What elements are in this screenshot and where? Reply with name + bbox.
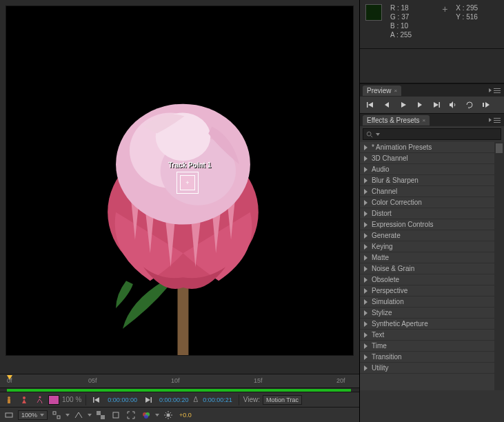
search-icon <box>366 131 373 138</box>
twisty-icon[interactable] <box>364 211 367 217</box>
fast-preview-icon[interactable] <box>72 410 85 421</box>
twisty-icon[interactable] <box>364 310 367 316</box>
effects-category-row[interactable]: Synthetic Aperture <box>360 319 504 330</box>
track-search-region[interactable]: + <box>177 172 199 194</box>
effects-category-row[interactable]: Obsolete <box>360 274 504 285</box>
effects-category-row[interactable]: * Animation Presets <box>360 142 504 153</box>
effects-category-row[interactable]: Blur & Sharpen <box>360 175 504 186</box>
effects-category-row[interactable]: Matte <box>360 252 504 263</box>
panel-menu-button[interactable] <box>489 86 501 94</box>
panel-menu-button[interactable] <box>489 116 501 124</box>
twisty-icon[interactable] <box>364 288 367 294</box>
close-icon[interactable]: × <box>423 117 426 123</box>
effects-category-row[interactable]: Transition <box>360 352 504 363</box>
category-label: Transition <box>372 353 500 361</box>
track-attach-point[interactable]: + <box>185 180 189 186</box>
r-label: R : <box>390 4 399 12</box>
category-label: 3D Channel <box>372 154 500 162</box>
category-label: Color Correction <box>372 199 500 206</box>
pixel-info-block: R : 18 G : 37 B : 10 A : 255 + X : 295 Y… <box>360 0 504 49</box>
effects-category-row[interactable]: Expression Controls <box>360 219 504 230</box>
last-frame-button[interactable] <box>430 99 443 110</box>
twisty-icon[interactable] <box>364 233 367 239</box>
prev-frame-button[interactable] <box>381 99 393 110</box>
reset-exposure-icon[interactable] <box>162 410 174 421</box>
twisty-icon[interactable] <box>364 332 367 338</box>
timecode-start[interactable]: 0:00:00:00 <box>105 396 139 403</box>
effects-category-list[interactable]: * Animation Presets3D ChannelAudioBlur &… <box>360 142 504 390</box>
twisty-icon[interactable] <box>364 299 367 305</box>
twisty-icon[interactable] <box>364 365 367 371</box>
effects-category-row[interactable]: Color Correction <box>360 197 504 208</box>
scrollbar[interactable] <box>494 142 504 390</box>
effects-category-row[interactable]: Simulation <box>360 297 504 308</box>
twisty-icon[interactable] <box>364 167 367 172</box>
twisty-icon[interactable] <box>364 178 367 183</box>
resolution-icon[interactable] <box>50 410 63 421</box>
effects-category-row[interactable]: Text <box>360 330 504 341</box>
track-feature-region[interactable]: + <box>180 175 195 190</box>
svg-rect-13 <box>6 413 12 417</box>
color-swatch[interactable] <box>48 395 59 405</box>
svg-point-9 <box>23 396 26 399</box>
effects-category-row[interactable]: Generate <box>360 230 504 241</box>
work-area-bar[interactable] <box>0 388 359 392</box>
zoom-percent[interactable]: 100 % <box>62 396 81 403</box>
effects-category-row[interactable]: Utility <box>360 363 504 374</box>
ram-preview-button[interactable] <box>480 99 492 110</box>
effects-category-row[interactable]: Time <box>360 341 504 352</box>
effects-category-row[interactable]: Keying <box>360 241 504 252</box>
tracker-person-icon[interactable] <box>3 394 15 405</box>
twisty-icon[interactable] <box>364 266 367 272</box>
effects-category-row[interactable]: Audio <box>360 164 504 175</box>
mute-audio-button[interactable] <box>447 99 459 110</box>
twisty-icon[interactable] <box>364 145 367 150</box>
twisty-icon[interactable] <box>364 200 367 205</box>
effects-search[interactable] <box>363 128 501 140</box>
twisty-icon[interactable] <box>364 156 367 161</box>
first-frame-button[interactable] <box>364 99 376 110</box>
effects-category-row[interactable]: Channel <box>360 186 504 197</box>
effects-search-input[interactable] <box>383 130 498 138</box>
twisty-icon[interactable] <box>364 277 367 283</box>
category-label: Blur & Sharpen <box>372 177 500 184</box>
go-to-current-button[interactable] <box>142 394 154 405</box>
twisty-icon[interactable] <box>364 343 367 349</box>
category-label: Obsolete <box>372 276 500 283</box>
effects-category-row[interactable]: Stylize <box>360 308 504 319</box>
composition-viewport[interactable]: Track Point 1 + <box>6 6 354 356</box>
twisty-icon[interactable] <box>364 222 367 228</box>
loop-button[interactable] <box>463 99 476 110</box>
twisty-icon[interactable] <box>364 354 367 360</box>
mask-toggle-icon[interactable] <box>110 410 122 421</box>
next-frame-button[interactable] <box>414 99 426 110</box>
channel-icon[interactable] <box>140 410 152 421</box>
timecode-duration[interactable]: 0:00:00:21 <box>201 396 234 403</box>
effects-tab[interactable]: Effects & Presets × <box>363 115 430 125</box>
tracker-runner-icon[interactable] <box>33 394 46 405</box>
twisty-icon[interactable] <box>364 244 367 250</box>
effects-category-row[interactable]: Perspective <box>360 285 504 297</box>
effects-category-row[interactable]: 3D Channel <box>360 153 504 164</box>
region-of-interest-icon[interactable] <box>125 410 137 421</box>
preview-tab[interactable]: Preview × <box>363 86 401 96</box>
play-button[interactable] <box>397 99 410 110</box>
go-to-start-button[interactable] <box>90 394 103 405</box>
effects-category-row[interactable]: Noise & Grain <box>360 263 504 274</box>
exposure-value[interactable]: +0.0 <box>177 412 194 419</box>
close-icon[interactable]: × <box>394 88 398 94</box>
effects-category-row[interactable]: Distort <box>360 208 504 219</box>
twisty-icon[interactable] <box>364 189 367 194</box>
always-preview-toggle[interactable] <box>3 410 15 421</box>
view-mode-dropdown[interactable]: Motion Trac <box>263 395 302 405</box>
category-label: Time <box>372 342 500 350</box>
time-ruler[interactable]: 0f 05f 10f 15f 20f <box>0 374 359 388</box>
twisty-icon[interactable] <box>364 255 367 261</box>
track-point-overlay[interactable]: Track Point 1 + <box>168 161 210 194</box>
ruler-tick: 05f <box>88 377 97 384</box>
transparency-grid-icon[interactable] <box>94 410 107 421</box>
timecode-current[interactable]: 0:00:00:20 <box>157 396 191 403</box>
tracker-figure-icon[interactable] <box>18 394 30 405</box>
magnification-dropdown[interactable]: 100% <box>18 410 48 420</box>
twisty-icon[interactable] <box>364 321 367 327</box>
